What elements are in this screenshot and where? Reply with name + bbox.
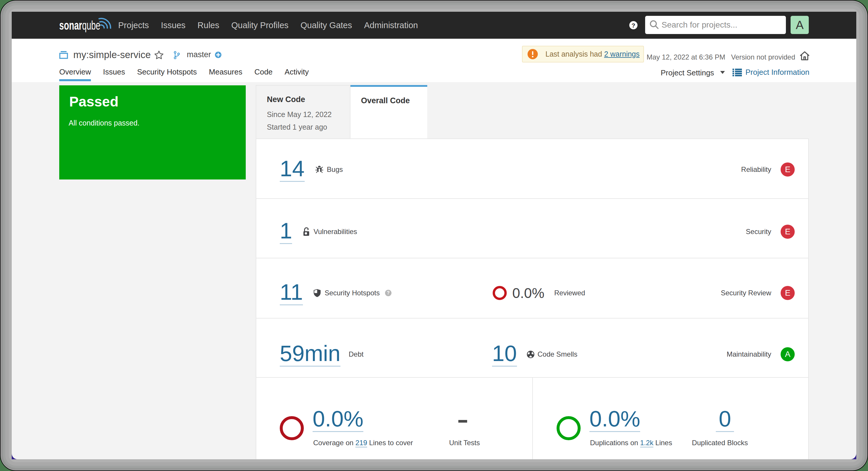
svg-text:qube: qube: [82, 19, 100, 32]
svg-text:sonar: sonar: [59, 19, 82, 32]
